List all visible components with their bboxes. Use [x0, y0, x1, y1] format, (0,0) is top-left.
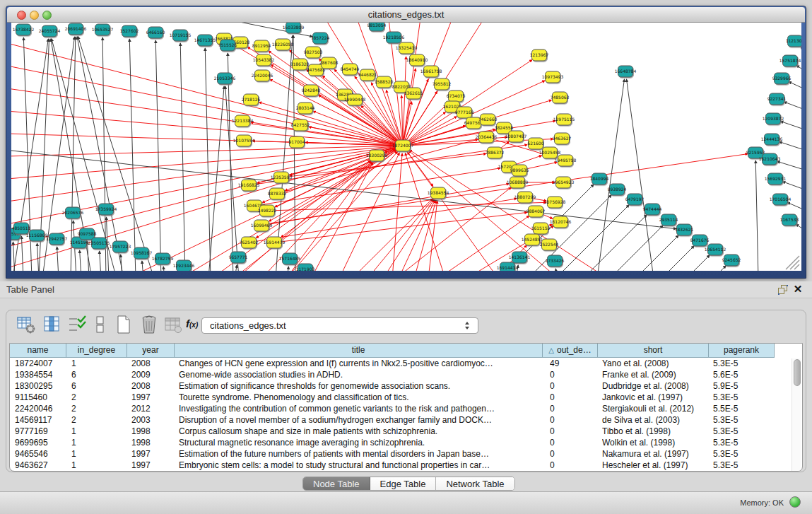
graph-node-label: 1167533 [780, 217, 799, 222]
graph-node-label: 18640910 [406, 57, 428, 62]
graph-node-label: 10756928 [544, 199, 566, 204]
graph-edge [784, 102, 801, 110]
table-cell: 1998 [131, 437, 173, 448]
tab-network-table[interactable]: Network Table [436, 477, 514, 491]
table-row[interactable]: 1872400712008Changes of HCN gene express… [10, 358, 802, 369]
graph-node-label: 16120746 [550, 219, 572, 224]
import-table-disabled-icon[interactable] [163, 315, 183, 334]
table-cell: Jankovic et al. (1997) [602, 392, 707, 403]
scrollbar-thumb[interactable] [794, 359, 801, 386]
table-cell: 1997 [131, 392, 173, 403]
graph-edge [80, 250, 81, 271]
graph-node-label: 12093872 [763, 116, 784, 121]
table-cell: 0 [550, 380, 596, 392]
table-row[interactable]: 946554611997Estimation of the future num… [10, 448, 802, 460]
graph-node-label: 21053346 [214, 76, 236, 81]
graph-node-label: 10958167 [131, 250, 153, 255]
table-row[interactable]: 1456911722003Disruption of a novel membe… [10, 414, 802, 426]
delete-table-icon[interactable] [139, 315, 159, 334]
table-row[interactable]: 2242004622012Investigating the contribut… [10, 403, 802, 414]
column-header-short[interactable]: short [598, 344, 709, 358]
graph-edge [780, 122, 801, 130]
table-cell: 2012 [131, 403, 173, 414]
graph-node-label: 2867608 [319, 60, 339, 65]
table-row[interactable]: 911546021997Tourette syndrome. Phenomeno… [10, 392, 802, 403]
network-window: citations_edges.txt 18724007766382296601… [6, 6, 806, 279]
graph-node-label: 20364436 [476, 134, 498, 139]
graph-edge [100, 251, 101, 271]
table-row[interactable]: 1938455462009Genome-wide association stu… [10, 369, 802, 380]
graph-node-label: 19384554 [428, 190, 449, 195]
tab-edge-table[interactable]: Edge Table [370, 477, 437, 491]
graph-edge [626, 79, 654, 271]
graph-node-label: 1121306 [786, 38, 801, 43]
table-row[interactable]: 946362711997Embryonic stem cells: a mode… [10, 460, 802, 471]
graph-node-label: 10653527 [92, 27, 114, 32]
column-header-out_de[interactable]: △out_de… [543, 344, 598, 358]
graph-edge [142, 261, 143, 271]
graph-node-label: 16099469 [251, 223, 273, 228]
table-cell: 2008 [131, 358, 173, 369]
graph-node-label: 6466160 [146, 30, 165, 35]
table-panel: f(x) citations_edges.txt namein_degreeye… [0, 298, 812, 491]
graph-node-label: 10025458 [539, 150, 561, 155]
table-row[interactable]: 977716911998Corpus callosum shape and si… [10, 426, 802, 437]
table-cell: 6 [71, 380, 126, 392]
tab-node-table[interactable]: Node Table [303, 477, 370, 491]
table-cell: Genome-wide association studies in ADHD. [179, 369, 541, 380]
column-header-title[interactable]: title [175, 344, 543, 358]
graph-node-label: 12942757 [46, 236, 68, 241]
table-cell: 2008 [131, 380, 173, 392]
graph-node-label: 18300295 [366, 153, 388, 158]
graph-node-label: 15716485 [279, 256, 301, 261]
graph-edge [399, 200, 435, 271]
column-select-icon[interactable] [42, 315, 62, 334]
graph-node-label: 1588520 [375, 79, 394, 84]
table-cell: 5.5E-5 [713, 403, 773, 414]
table-cell: Investigating the contribution of common… [179, 403, 541, 414]
graph-edge [57, 247, 59, 271]
graph-node-label: 10654112 [705, 247, 726, 252]
column-header-in_degree[interactable]: in_degree [66, 344, 127, 358]
graph-node-label: 9446821 [358, 72, 377, 77]
new-document-icon[interactable] [114, 315, 134, 334]
graph-node-label: 18226058 [272, 42, 294, 47]
table-cell: 1 [71, 448, 126, 460]
table-scrollbar[interactable] [792, 358, 801, 471]
table-row[interactable]: 1830029562008Estimation of significance … [10, 380, 802, 392]
graph-node-label: 8215953 [746, 150, 765, 155]
table-cell: Embryonic stem cells: a model to study s… [179, 460, 541, 471]
merge-cells-icon[interactable] [90, 315, 110, 334]
table-cell: 0 [550, 460, 596, 471]
table-settings-icon[interactable] [16, 315, 36, 334]
table-cell: 6 [71, 369, 126, 380]
graph-edge [37, 243, 39, 271]
resize-grip[interactable] [786, 256, 799, 269]
graph-edge [392, 153, 402, 271]
graph-node-label: 20691406 [65, 26, 87, 31]
float-panel-icon[interactable] [778, 285, 788, 295]
memory-status-label: Memory: OK [740, 498, 784, 507]
select-rows-icon[interactable] [67, 315, 87, 334]
sort-ascending-icon: △ [548, 346, 554, 354]
column-header-pagerank[interactable]: pagerank [709, 344, 775, 358]
column-header-name[interactable]: name [10, 344, 66, 358]
table-selector-dropdown[interactable]: citations_edges.txt [201, 317, 478, 334]
table-cell: 2009 [131, 369, 173, 380]
table-cell: Yano et al. (2008) [602, 358, 707, 369]
table-cell: Corpus callosum shape and size in male p… [179, 426, 541, 437]
graph-node-label: 917004 [289, 139, 305, 144]
memory-status-indicator [789, 496, 801, 508]
graph-node-label: 13325419 [396, 45, 418, 50]
network-canvas[interactable]: 1872400776638229660128891295410543382224… [11, 23, 801, 271]
graph-edge [287, 267, 288, 271]
table-cell: 0 [550, 426, 596, 437]
table-row[interactable]: 969969511998Structural magnetic resonanc… [10, 437, 802, 448]
graph-node-label: 13505135 [88, 240, 110, 245]
column-header-year[interactable]: year [127, 344, 175, 358]
graph-node-label: 2522544 [540, 242, 559, 247]
network-graph[interactable]: 1872400776638229660128891295410543382224… [11, 23, 801, 271]
status-bar: Memory: OK [0, 491, 812, 514]
window-titlebar[interactable]: citations_edges.txt [7, 7, 805, 23]
close-panel-icon[interactable]: ✕ [792, 284, 804, 295]
